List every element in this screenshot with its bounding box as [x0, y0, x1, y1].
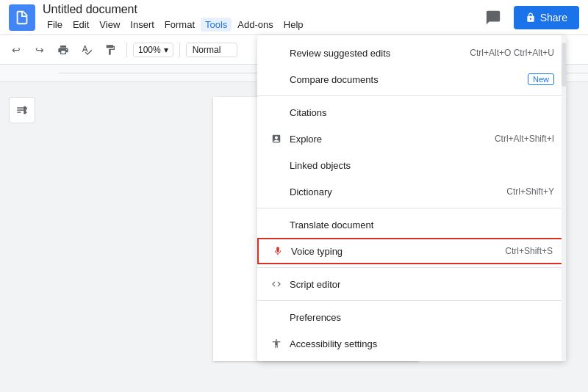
- compare-documents-label: Compare documents: [290, 74, 522, 85]
- share-button[interactable]: Share: [514, 6, 579, 29]
- share-label: Share: [540, 12, 567, 23]
- mic-icon: [270, 246, 285, 256]
- voice-typing-shortcut: Ctrl+Shift+S: [505, 246, 553, 256]
- menu-item-script-editor[interactable]: Script editor: [257, 271, 566, 297]
- explore-shortcut: Ctrl+Alt+Shift+I: [495, 134, 554, 144]
- new-badge: New: [528, 73, 554, 85]
- sidebar-icon-outline[interactable]: [9, 97, 35, 123]
- menu-item-accessibility-settings[interactable]: Accessibility settings: [257, 330, 566, 357]
- menu-item-voice-typing[interactable]: Voice typing Ctrl+Shift+S: [257, 238, 566, 264]
- style-selector[interactable]: Normal: [186, 43, 237, 57]
- script-editor-label: Script editor: [290, 279, 554, 290]
- menu-item-citations[interactable]: Citations: [257, 99, 566, 126]
- scroll-thumb[interactable]: [562, 43, 566, 87]
- doc-icon: [9, 4, 35, 31]
- menu-insert[interactable]: Insert: [126, 18, 159, 32]
- paint-format-button[interactable]: [100, 40, 121, 60]
- toolbar-divider-2: [179, 43, 180, 57]
- review-suggested-label: Review suggested edits: [290, 48, 470, 59]
- style-value: Normal: [193, 45, 221, 55]
- accessibility-icon: [269, 338, 284, 349]
- menu-divider-1: [257, 95, 566, 96]
- linked-objects-label: Linked objects: [290, 160, 554, 171]
- doc-title[interactable]: Untitled document: [43, 3, 480, 16]
- scroll-track: [562, 35, 566, 361]
- accessibility-settings-label: Accessibility settings: [290, 338, 554, 349]
- sidebar-left: [0, 82, 44, 392]
- title-actions: Share: [480, 4, 579, 31]
- menu-format[interactable]: Format: [160, 18, 199, 32]
- spellcheck-button[interactable]: [76, 40, 97, 60]
- dictionary-label: Dictionary: [290, 186, 506, 197]
- menu-divider-4: [257, 300, 566, 301]
- undo-button[interactable]: ↩: [6, 40, 26, 60]
- menu-item-explore[interactable]: Explore Ctrl+Alt+Shift+I: [257, 126, 566, 152]
- menu-bar: File Edit View Insert Format Tools Add-o…: [43, 18, 480, 32]
- toolbar-divider-1: [126, 43, 127, 57]
- review-suggested-shortcut: Ctrl+Alt+O Ctrl+Alt+U: [470, 48, 554, 58]
- zoom-selector[interactable]: 100% ▾: [133, 43, 173, 57]
- menu-addons[interactable]: Add-ons: [233, 18, 277, 32]
- menu-item-preferences[interactable]: Preferences: [257, 304, 566, 330]
- menu-item-linked-objects[interactable]: Linked objects: [257, 152, 566, 178]
- menu-divider-3: [257, 267, 566, 268]
- menu-tools[interactable]: Tools: [201, 18, 232, 32]
- translate-document-label: Translate document: [290, 219, 554, 231]
- zoom-chevron: ▾: [164, 45, 168, 55]
- menu-help[interactable]: Help: [279, 18, 308, 32]
- zoom-value: 100%: [138, 45, 161, 55]
- menu-view[interactable]: View: [95, 18, 124, 32]
- menu-item-compare-documents[interactable]: Compare documents New: [257, 66, 566, 92]
- preferences-label: Preferences: [290, 312, 554, 323]
- menu-item-dictionary[interactable]: Dictionary Ctrl+Shift+Y: [257, 178, 566, 205]
- menu-file[interactable]: File: [43, 18, 67, 32]
- voice-typing-label: Voice typing: [291, 246, 505, 257]
- menu-item-translate-document[interactable]: Translate document: [257, 211, 566, 238]
- title-info: Untitled document File Edit View Insert …: [43, 3, 480, 32]
- print-button[interactable]: [53, 40, 74, 60]
- comments-icon[interactable]: [480, 4, 506, 31]
- citations-label: Citations: [290, 107, 554, 118]
- menu-edit[interactable]: Edit: [68, 18, 93, 32]
- explore-label: Explore: [290, 134, 495, 145]
- menu-divider-2: [257, 208, 566, 208]
- explore-icon: [269, 134, 284, 144]
- title-bar: Untitled document File Edit View Insert …: [0, 0, 588, 35]
- tools-menu-panel[interactable]: Review suggested edits Ctrl+Alt+O Ctrl+A…: [257, 35, 566, 361]
- dictionary-shortcut: Ctrl+Shift+Y: [506, 186, 554, 197]
- menu-item-review-suggested[interactable]: Review suggested edits Ctrl+Alt+O Ctrl+A…: [257, 40, 566, 66]
- redo-button[interactable]: ↪: [29, 40, 50, 60]
- code-icon: [269, 279, 284, 289]
